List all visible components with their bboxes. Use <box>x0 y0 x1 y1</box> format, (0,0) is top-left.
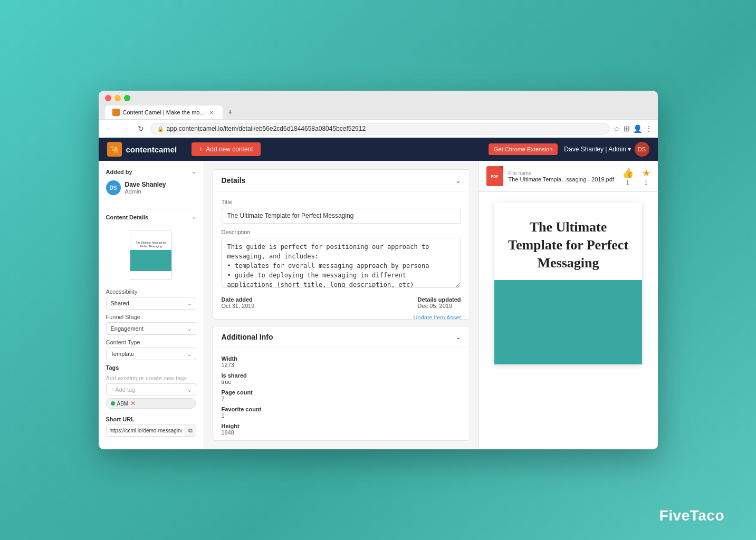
chrome-extension-button[interactable]: Get Chrome Extension <box>489 143 558 155</box>
address-bar[interactable]: 🔒 app.contentcamel.io/item/detail/eb56e2… <box>150 123 609 134</box>
added-by-user: DS Dave Shanley Admin <box>106 180 196 195</box>
accessibility-arrow: ⌄ <box>187 301 192 306</box>
tag-remove-icon[interactable]: ✕ <box>130 400 136 407</box>
date-added-value: Oct 31, 2019 <box>222 303 255 309</box>
thumbs-up-icon: 👍 <box>622 167 634 179</box>
add-content-button[interactable]: + Add new content <box>192 142 260 156</box>
minimize-dot[interactable] <box>114 95 121 101</box>
new-tab-button[interactable]: + <box>224 105 237 119</box>
title-field-label: Title <box>222 199 461 205</box>
active-tab[interactable]: Content Camel | Make the mo... ✕ <box>105 105 223 119</box>
details-chevron[interactable]: ⌄ <box>455 177 461 185</box>
details-card: Details ⌄ Title Description This guide i… <box>213 169 470 320</box>
details-card-header: Details ⌄ <box>213 170 470 191</box>
tag-item-abm: ABM ✕ <box>106 398 196 409</box>
logo-area: 🐪 contentcamel <box>107 142 177 157</box>
funnel-stage-label: Funnel Stage <box>106 314 196 320</box>
bookmark-icon[interactable]: ☆ <box>614 124 620 133</box>
details-updated-value: Dec 05, 2019 <box>418 303 461 309</box>
menu-icon[interactable]: ⋮ <box>645 124 653 133</box>
funnel-stage-select[interactable]: Engagement ⌄ <box>106 322 196 335</box>
user-initials: DS <box>106 180 121 195</box>
file-info: File name The Ultimate Templa...ssaging … <box>509 170 617 182</box>
short-url-input[interactable] <box>107 426 185 436</box>
reload-button[interactable]: ↻ <box>136 123 146 134</box>
details-card-body: Title Description This guide is perfect … <box>213 191 470 320</box>
content-thumbnail: The Ultimate Template for Perfect Messag… <box>130 230 172 280</box>
additional-info-chevron[interactable]: ⌄ <box>455 333 461 341</box>
funnel-stage-value: Engagement <box>111 325 143 332</box>
fivetaco-watermark: FiveTaco <box>659 507 724 524</box>
added-by-header: Added by ⌄ <box>106 168 196 175</box>
accessibility-value: Shared <box>111 300 129 306</box>
tab-title: Content Camel | Make the mo... <box>123 109 205 115</box>
main-area: Added by ⌄ DS Dave Shanley Admin Content… <box>99 161 658 449</box>
height-row: Height 1648 <box>222 423 461 436</box>
tab-favicon <box>112 109 120 116</box>
tab-close-icon[interactable]: ✕ <box>208 109 215 116</box>
page-count-label: Page count <box>222 389 461 396</box>
tag-dot <box>111 401 115 406</box>
content-details-header: Content Details ⌄ <box>106 214 196 220</box>
app-content: 🐪 contentcamel + Add new content Get Chr… <box>99 138 658 449</box>
content-type-value: Template <box>111 351 135 357</box>
lock-icon: 🔒 <box>157 126 164 132</box>
additional-info-body: Width 1273 Is shared true Page count 7 <box>213 348 470 441</box>
content-details-title: Content Details <box>106 214 149 220</box>
tags-label: Tags <box>106 364 196 371</box>
content-type-select[interactable]: Template ⌄ <box>106 348 196 360</box>
additional-info-card: Additional Info ⌄ Width 1273 Is shared t… <box>213 326 470 441</box>
url-text: app.contentcamel.io/item/detail/eb56e2cd… <box>167 125 602 132</box>
thumbs-up-button[interactable]: 👍 1 <box>622 167 634 186</box>
add-content-label: Add new content <box>206 146 253 153</box>
pdf-icon: PDF <box>486 166 503 186</box>
description-textarea[interactable]: This guide is perfect for positioning ou… <box>222 238 461 288</box>
user-menu[interactable]: Dave Shanley | Admin ▾ DS <box>564 142 649 157</box>
is-shared-row: Is shared true <box>222 372 461 385</box>
user-info: Dave Shanley Admin <box>125 181 166 195</box>
accessibility-select[interactable]: Shared ⌄ <box>106 297 196 310</box>
favorite-count-value: 1 <box>222 412 461 419</box>
star-button[interactable]: ★ 1 <box>642 167 650 186</box>
tag-add-arrow: ⌄ <box>187 387 192 393</box>
favorite-count-label: Favorite count <box>222 406 461 412</box>
left-sidebar: Added by ⌄ DS Dave Shanley Admin Content… <box>99 161 204 449</box>
window-controls <box>105 95 652 101</box>
is-shared-value: true <box>222 379 461 385</box>
tag-add-field[interactable]: + Add tag ⌄ <box>106 383 196 396</box>
added-by-chevron[interactable]: ⌄ <box>192 168 196 175</box>
update-link[interactable]: Update Item Asset <box>222 314 461 320</box>
title-input[interactable] <box>222 208 461 224</box>
extensions-icon[interactable]: ⊞ <box>624 124 630 133</box>
details-updated-item: Details updated Dec 05, 2019 <box>418 296 461 309</box>
pdf-page: The Ultimate Template for Perfect Messag… <box>494 202 642 364</box>
date-added-item: Date added Oct 31, 2019 <box>222 296 255 309</box>
plus-icon: + <box>199 146 203 153</box>
tags-placeholder: Add existing or create new tags <box>106 375 196 381</box>
tag-label: ABM <box>117 401 129 407</box>
right-panel: PDF File name The Ultimate Templa...ssag… <box>479 161 658 449</box>
profile-icon[interactable]: 👤 <box>633 124 642 133</box>
thumbnail-teal-block <box>130 250 171 271</box>
logo-icon: 🐪 <box>107 142 122 157</box>
width-row: Width 1273 <box>222 355 461 368</box>
content-type-label: Content Type <box>106 339 196 345</box>
divider <box>106 208 196 208</box>
additional-info-card-header: Additional Info ⌄ <box>213 326 470 348</box>
form-meta: Date added Oct 31, 2019 Details updated … <box>222 296 461 309</box>
content-details-chevron[interactable]: ⌄ <box>192 214 196 220</box>
is-shared-label: Is shared <box>222 372 461 379</box>
center-panel: Details ⌄ Title Description This guide i… <box>204 161 479 449</box>
thumbs-up-count: 1 <box>626 180 629 186</box>
logo-text: contentcamel <box>126 145 177 154</box>
short-url-label: Short URL <box>106 416 196 422</box>
user-label: Dave Shanley | Admin ▾ <box>564 146 631 153</box>
copy-url-button[interactable]: ⧉ <box>185 425 196 436</box>
accessibility-label: Accessibility <box>106 288 196 295</box>
close-dot[interactable] <box>105 95 111 101</box>
maximize-dot[interactable] <box>124 95 130 101</box>
forward-button[interactable]: → <box>120 123 131 134</box>
pdf-main-title: The Ultimate Template for Perfect Messag… <box>507 218 629 272</box>
browser-tabs: Content Camel | Make the mo... ✕ + <box>105 105 652 119</box>
back-button[interactable]: ← <box>104 123 116 134</box>
